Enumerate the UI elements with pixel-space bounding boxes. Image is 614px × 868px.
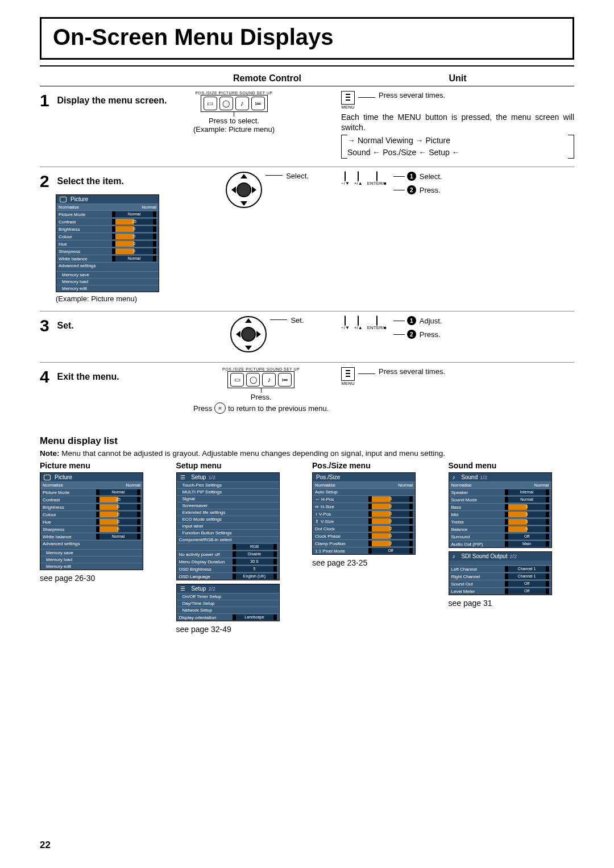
setup-button[interactable]: ≔	[278, 373, 292, 387]
page-title-frame: On-Screen Menu Displays	[40, 17, 574, 60]
picture-icon	[60, 197, 67, 202]
step-title: Set.	[57, 316, 73, 331]
pos-size-button[interactable]: ▭	[204, 97, 217, 110]
setup-button[interactable]: ≔	[251, 97, 265, 110]
setup-menu-osd-1: ☰ Setup1/2 Touch-Pen Settings MULTI PIP …	[176, 472, 280, 580]
example-picture-menu: (Example: Picture menu)	[193, 125, 275, 134]
unit-press-label: Press.	[420, 330, 441, 339]
press-several-times: Press several times.	[379, 367, 445, 376]
menu-grid: Picture menu Picture NormaliseNormal Pic…	[40, 461, 574, 634]
picture-button[interactable]: ◯	[219, 97, 233, 110]
picture-osd: Picture NormaliseNormal Picture ModeNorm…	[56, 194, 159, 292]
remote-buttons-row: ▭ ◯ ♪ ≔	[227, 371, 294, 388]
unit-adjust-label: Adjust.	[420, 317, 442, 325]
remote-buttons-row: ▭ ◯ ♪ ≔	[201, 95, 268, 112]
remote-ring[interactable]	[230, 316, 267, 352]
possize-menu-heading: Pos./Size menu	[312, 461, 438, 470]
page-number: 22	[40, 840, 51, 851]
menu-button-icon[interactable]	[341, 367, 355, 381]
press-to-select: Press to select.	[193, 117, 275, 125]
picture-button[interactable]: ◯	[246, 373, 260, 387]
step-4: 4 Exit the menu. POS./SIZE PICTURE SOUND…	[40, 363, 574, 422]
menu-button-icon[interactable]	[341, 91, 355, 105]
set-label: Set.	[291, 316, 304, 325]
step-number: 3	[40, 316, 55, 335]
sound-icon: ♪	[453, 474, 455, 480]
possize-menu-osd: Pos./Size NormaliseNormal Auto Setup ↔H-…	[312, 472, 416, 555]
column-headers: Remote Control Unit	[40, 71, 574, 86]
picture-icon	[44, 475, 51, 480]
see-page-possize: see page 23-25	[312, 558, 438, 567]
press2: Press	[193, 404, 212, 413]
sdi-sound-osd: ♪ SDI Sound Output2/2 Left ChannelChanne…	[449, 551, 552, 595]
step-number: 2	[40, 172, 55, 191]
col-remote-header: Remote Control	[193, 71, 341, 86]
step-number: 1	[40, 91, 55, 110]
step-1: 1 Display the menu screen. POS./SIZE PIC…	[40, 86, 574, 167]
step-title: Exit the menu.	[57, 367, 119, 382]
unit-press-label: Press.	[420, 186, 441, 194]
step-2: 2 Select the item. Picture NormaliseNorm…	[40, 167, 574, 312]
sound-button[interactable]: ♪	[235, 97, 249, 110]
press-label: Press.	[193, 393, 329, 401]
page-title: On-Screen Menu Displays	[53, 24, 561, 50]
step-3: 3 Set. Set. −/▼ +/▲ ENTER/■ 1Adjust.	[40, 312, 574, 363]
unit-minus-button[interactable]	[345, 315, 346, 326]
r-button-icon[interactable]: R	[214, 402, 226, 414]
rule	[40, 65, 574, 67]
setup-menu-heading: Setup menu	[176, 461, 302, 470]
step-title: Display the menu screen.	[57, 91, 167, 106]
unit-enter-button[interactable]	[376, 171, 377, 181]
sound-button[interactable]: ♪	[262, 373, 276, 387]
remote-top-labels: POS./SIZE PICTURE SOUND SET UP	[193, 91, 275, 95]
return-text: to return to the previous menu.	[228, 404, 329, 413]
pos-size-button[interactable]: ▭	[230, 373, 244, 387]
unit-minus-button[interactable]	[345, 171, 346, 181]
unit-select-label: Select.	[420, 172, 442, 181]
picture-menu-osd: Picture NormaliseNormal Picture ModeNorm…	[40, 472, 143, 570]
setup-icon: ☰	[180, 585, 185, 592]
menu-display-list-heading: Menu display list	[40, 435, 574, 447]
menu-note: Note: Menu that cannot be adjusted is gr…	[40, 449, 574, 458]
sound-icon: ♪	[453, 553, 455, 559]
unit-plus-button[interactable]	[358, 315, 359, 326]
osd-title: Picture	[70, 196, 88, 202]
setup-icon: ☰	[180, 474, 185, 480]
flow-line-1: → Normal Viewing → Picture	[347, 135, 568, 147]
sound-menu-heading: Sound menu	[449, 461, 575, 470]
press-several-times: Press several times.	[379, 91, 445, 99]
menu-label: MENU	[341, 381, 355, 386]
menu-label: MENU	[341, 105, 355, 110]
setup-menu-osd-2: ☰ Setup2/2 On/Off Timer Setup Day/Time S…	[176, 584, 280, 621]
select-label: Select.	[286, 172, 309, 180]
menu-switch-desc: Each time the MENU button is pressed, th…	[341, 112, 574, 132]
see-page-picture: see page 26-30	[40, 574, 166, 583]
example-picture-menu: (Example: Picture menu)	[56, 294, 193, 303]
step-title: Select the item.	[57, 172, 123, 186]
col-unit-header: Unit	[341, 71, 574, 86]
step-number: 4	[40, 367, 55, 387]
picture-menu-heading: Picture menu	[40, 461, 166, 470]
see-page-sound: see page 31	[449, 599, 575, 608]
flow-line-2: Sound ← Pos./Size ← Setup ←	[347, 147, 568, 159]
see-page-setup: see page 32-49	[176, 625, 302, 634]
remote-ring[interactable]	[226, 172, 262, 208]
unit-plus-button[interactable]	[358, 171, 359, 181]
sound-menu-osd: ♪ Sound1/2 NormaliseNormal SpeakerIntern…	[449, 472, 552, 548]
unit-enter-button[interactable]	[376, 315, 377, 326]
remote-top-labels: POS./SIZE PICTURE SOUND SET UP	[193, 367, 329, 371]
